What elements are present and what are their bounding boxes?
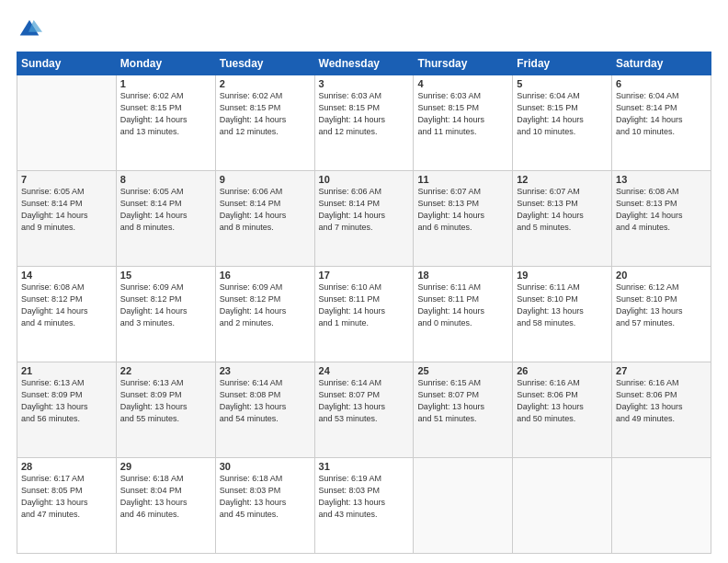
logo-icon bbox=[17, 17, 42, 42]
day-number: 5 bbox=[517, 78, 608, 89]
day-number: 23 bbox=[220, 365, 311, 376]
day-number: 10 bbox=[319, 174, 410, 185]
day-info: Sunrise: 6:04 AM Sunset: 8:14 PM Dayligh… bbox=[616, 90, 707, 138]
calendar-cell bbox=[17, 75, 117, 171]
calendar-cell: 13Sunrise: 6:08 AM Sunset: 8:13 PM Dayli… bbox=[612, 171, 711, 267]
calendar-cell: 1Sunrise: 6:02 AM Sunset: 8:15 PM Daylig… bbox=[116, 75, 215, 171]
header bbox=[17, 17, 711, 42]
calendar-week-row: 14Sunrise: 6:08 AM Sunset: 8:12 PM Dayli… bbox=[17, 267, 711, 362]
day-info: Sunrise: 6:08 AM Sunset: 8:12 PM Dayligh… bbox=[21, 282, 112, 329]
weekday-header-row: SundayMondayTuesdayWednesdayThursdayFrid… bbox=[17, 52, 711, 75]
day-info: Sunrise: 6:12 AM Sunset: 8:10 PM Dayligh… bbox=[616, 282, 707, 329]
calendar-cell: 6Sunrise: 6:04 AM Sunset: 8:14 PM Daylig… bbox=[612, 75, 711, 171]
day-info: Sunrise: 6:09 AM Sunset: 8:12 PM Dayligh… bbox=[120, 282, 211, 329]
day-number: 22 bbox=[120, 365, 211, 376]
day-info: Sunrise: 6:13 AM Sunset: 8:09 PM Dayligh… bbox=[120, 377, 211, 425]
calendar-cell bbox=[612, 458, 711, 554]
day-number: 30 bbox=[220, 461, 311, 472]
day-number: 28 bbox=[21, 461, 112, 472]
day-number: 14 bbox=[21, 270, 112, 281]
page: SundayMondayTuesdayWednesdayThursdayFrid… bbox=[0, 0, 728, 563]
day-info: Sunrise: 6:18 AM Sunset: 8:03 PM Dayligh… bbox=[220, 473, 311, 521]
weekday-header-sunday: Sunday bbox=[17, 52, 117, 75]
day-number: 6 bbox=[616, 78, 707, 89]
day-number: 11 bbox=[417, 174, 508, 185]
weekday-header-saturday: Saturday bbox=[612, 52, 711, 75]
calendar-table: SundayMondayTuesdayWednesdayThursdayFrid… bbox=[17, 52, 711, 554]
calendar-cell: 31Sunrise: 6:19 AM Sunset: 8:03 PM Dayli… bbox=[314, 458, 414, 554]
day-info: Sunrise: 6:07 AM Sunset: 8:13 PM Dayligh… bbox=[417, 186, 508, 234]
calendar-cell: 11Sunrise: 6:07 AM Sunset: 8:13 PM Dayli… bbox=[414, 171, 513, 267]
day-number: 1 bbox=[120, 78, 211, 89]
calendar-cell: 29Sunrise: 6:18 AM Sunset: 8:04 PM Dayli… bbox=[116, 458, 215, 554]
calendar-cell: 9Sunrise: 6:06 AM Sunset: 8:14 PM Daylig… bbox=[215, 171, 314, 267]
day-number: 8 bbox=[120, 174, 211, 185]
day-number: 26 bbox=[517, 365, 608, 376]
calendar-cell: 2Sunrise: 6:02 AM Sunset: 8:15 PM Daylig… bbox=[215, 75, 314, 171]
calendar-cell: 17Sunrise: 6:10 AM Sunset: 8:11 PM Dayli… bbox=[314, 267, 414, 362]
day-info: Sunrise: 6:03 AM Sunset: 8:15 PM Dayligh… bbox=[319, 90, 410, 138]
day-number: 13 bbox=[616, 174, 707, 185]
calendar-cell: 3Sunrise: 6:03 AM Sunset: 8:15 PM Daylig… bbox=[314, 75, 414, 171]
calendar-week-row: 21Sunrise: 6:13 AM Sunset: 8:09 PM Dayli… bbox=[17, 362, 711, 458]
day-info: Sunrise: 6:16 AM Sunset: 8:06 PM Dayligh… bbox=[616, 377, 707, 425]
day-number: 3 bbox=[319, 78, 410, 89]
day-info: Sunrise: 6:18 AM Sunset: 8:04 PM Dayligh… bbox=[120, 473, 211, 521]
day-number: 29 bbox=[120, 461, 211, 472]
calendar-cell: 19Sunrise: 6:11 AM Sunset: 8:10 PM Dayli… bbox=[513, 267, 612, 362]
calendar-cell: 30Sunrise: 6:18 AM Sunset: 8:03 PM Dayli… bbox=[215, 458, 314, 554]
calendar-week-row: 28Sunrise: 6:17 AM Sunset: 8:05 PM Dayli… bbox=[17, 458, 711, 554]
calendar-cell: 8Sunrise: 6:05 AM Sunset: 8:14 PM Daylig… bbox=[116, 171, 215, 267]
calendar-cell: 22Sunrise: 6:13 AM Sunset: 8:09 PM Dayli… bbox=[116, 362, 215, 458]
logo bbox=[17, 17, 46, 42]
day-info: Sunrise: 6:05 AM Sunset: 8:14 PM Dayligh… bbox=[120, 186, 211, 234]
calendar-cell: 5Sunrise: 6:04 AM Sunset: 8:15 PM Daylig… bbox=[513, 75, 612, 171]
day-info: Sunrise: 6:13 AM Sunset: 8:09 PM Dayligh… bbox=[21, 377, 112, 425]
day-info: Sunrise: 6:14 AM Sunset: 8:08 PM Dayligh… bbox=[220, 377, 311, 425]
calendar-week-row: 7Sunrise: 6:05 AM Sunset: 8:14 PM Daylig… bbox=[17, 171, 711, 267]
calendar-cell bbox=[513, 458, 612, 554]
calendar-cell: 18Sunrise: 6:11 AM Sunset: 8:11 PM Dayli… bbox=[414, 267, 513, 362]
calendar-cell: 27Sunrise: 6:16 AM Sunset: 8:06 PM Dayli… bbox=[612, 362, 711, 458]
calendar-cell: 4Sunrise: 6:03 AM Sunset: 8:15 PM Daylig… bbox=[414, 75, 513, 171]
calendar-cell: 21Sunrise: 6:13 AM Sunset: 8:09 PM Dayli… bbox=[17, 362, 117, 458]
day-info: Sunrise: 6:07 AM Sunset: 8:13 PM Dayligh… bbox=[517, 186, 608, 234]
calendar-cell: 24Sunrise: 6:14 AM Sunset: 8:07 PM Dayli… bbox=[314, 362, 414, 458]
day-number: 7 bbox=[21, 174, 112, 185]
calendar-cell: 12Sunrise: 6:07 AM Sunset: 8:13 PM Dayli… bbox=[513, 171, 612, 267]
weekday-header-tuesday: Tuesday bbox=[215, 52, 314, 75]
weekday-header-thursday: Thursday bbox=[414, 52, 513, 75]
day-number: 27 bbox=[616, 365, 707, 376]
day-info: Sunrise: 6:15 AM Sunset: 8:07 PM Dayligh… bbox=[417, 377, 508, 425]
calendar-cell: 16Sunrise: 6:09 AM Sunset: 8:12 PM Dayli… bbox=[215, 267, 314, 362]
day-number: 19 bbox=[517, 270, 608, 281]
day-number: 4 bbox=[417, 78, 508, 89]
day-info: Sunrise: 6:06 AM Sunset: 8:14 PM Dayligh… bbox=[319, 186, 410, 234]
calendar-cell: 20Sunrise: 6:12 AM Sunset: 8:10 PM Dayli… bbox=[612, 267, 711, 362]
day-number: 18 bbox=[417, 270, 508, 281]
weekday-header-friday: Friday bbox=[513, 52, 612, 75]
day-number: 25 bbox=[417, 365, 508, 376]
day-number: 20 bbox=[616, 270, 707, 281]
day-info: Sunrise: 6:05 AM Sunset: 8:14 PM Dayligh… bbox=[21, 186, 112, 234]
calendar-cell: 7Sunrise: 6:05 AM Sunset: 8:14 PM Daylig… bbox=[17, 171, 117, 267]
day-number: 12 bbox=[517, 174, 608, 185]
day-info: Sunrise: 6:03 AM Sunset: 8:15 PM Dayligh… bbox=[417, 90, 508, 138]
day-number: 9 bbox=[220, 174, 311, 185]
day-info: Sunrise: 6:02 AM Sunset: 8:15 PM Dayligh… bbox=[220, 90, 311, 138]
calendar-cell bbox=[414, 458, 513, 554]
calendar-cell: 15Sunrise: 6:09 AM Sunset: 8:12 PM Dayli… bbox=[116, 267, 215, 362]
calendar-week-row: 1Sunrise: 6:02 AM Sunset: 8:15 PM Daylig… bbox=[17, 75, 711, 171]
day-info: Sunrise: 6:10 AM Sunset: 8:11 PM Dayligh… bbox=[319, 282, 410, 329]
weekday-header-monday: Monday bbox=[116, 52, 215, 75]
calendar-cell: 14Sunrise: 6:08 AM Sunset: 8:12 PM Dayli… bbox=[17, 267, 117, 362]
day-info: Sunrise: 6:08 AM Sunset: 8:13 PM Dayligh… bbox=[616, 186, 707, 234]
day-number: 15 bbox=[120, 270, 211, 281]
day-number: 17 bbox=[319, 270, 410, 281]
day-info: Sunrise: 6:11 AM Sunset: 8:10 PM Dayligh… bbox=[517, 282, 608, 329]
day-info: Sunrise: 6:16 AM Sunset: 8:06 PM Dayligh… bbox=[517, 377, 608, 425]
calendar-cell: 28Sunrise: 6:17 AM Sunset: 8:05 PM Dayli… bbox=[17, 458, 117, 554]
calendar-cell: 10Sunrise: 6:06 AM Sunset: 8:14 PM Dayli… bbox=[314, 171, 414, 267]
day-number: 24 bbox=[319, 365, 410, 376]
day-info: Sunrise: 6:04 AM Sunset: 8:15 PM Dayligh… bbox=[517, 90, 608, 138]
